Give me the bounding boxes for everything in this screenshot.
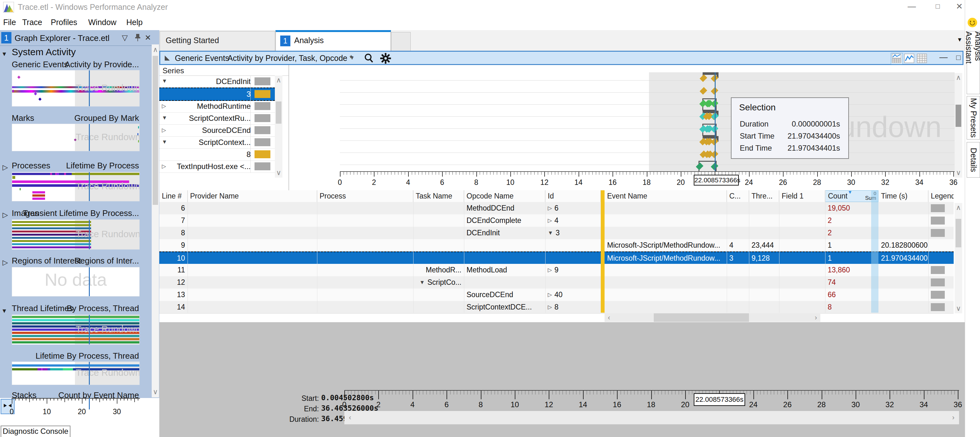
scroll-left-icon[interactable]: ‹: [346, 413, 354, 422]
preset-regions-of-interest[interactable]: Regions of Inter...: [74, 256, 139, 266]
chart-scrollbar[interactable]: ∧ ∨: [955, 73, 962, 177]
section-system-activity[interactable]: System Activity: [12, 47, 76, 57]
tab-details[interactable]: Details: [967, 142, 980, 177]
scroll-up-icon[interactable]: ∧: [955, 204, 962, 212]
series-row[interactable]: ▼ScriptContext...: [159, 136, 275, 149]
col-opcode[interactable]: Opcode Name: [464, 190, 545, 202]
preset-lifetime-by-process-thread[interactable]: Lifetime By Process, Thread: [35, 351, 139, 361]
feedback-smiley-icon[interactable]: [967, 18, 977, 27]
expander-icon[interactable]: ▾: [3, 307, 6, 315]
table-row[interactable]: 13SourceDCEnd ▷40 66: [159, 288, 954, 301]
tab-analysis[interactable]: 1 Analysis: [275, 30, 391, 53]
scroll-down-icon[interactable]: ∨: [955, 304, 962, 313]
col-cpu[interactable]: C...: [727, 190, 749, 202]
table-row[interactable]: 11MethodR... MethodLoad ▷9 13,860: [159, 264, 954, 277]
view-preset-selector[interactable]: Activity by Provider, Task, Opcode *: [228, 54, 353, 63]
series-row[interactable]: ▷MethodRuntime: [159, 100, 275, 112]
scroll-right-icon[interactable]: ›: [950, 413, 957, 422]
col-id[interactable]: Id: [545, 190, 601, 202]
scroll-right-icon[interactable]: ›: [812, 314, 820, 322]
menu-profiles[interactable]: Profiles: [48, 16, 80, 28]
series-row[interactable]: 8: [159, 149, 275, 161]
graph-stacks[interactable]: Stacks: [12, 390, 37, 398]
table-row[interactable]: 9Microsoft-JScript/MethodRundow... 423,4…: [159, 239, 954, 252]
scrollbar-thumb[interactable]: [956, 104, 961, 127]
table-row-selected[interactable]: 10Microsoft-JScript/MethodRundow... 39,1…: [159, 252, 954, 265]
col-time[interactable]: Time (s): [878, 190, 928, 202]
series-row[interactable]: ▼DCEndInit: [159, 76, 275, 88]
table-row[interactable]: 7DCEndComplete ▷4 2: [159, 214, 954, 227]
graph-marks[interactable]: Marks: [12, 113, 34, 123]
col-event[interactable]: Event Name: [605, 190, 727, 202]
scroll-up-icon[interactable]: ∧: [955, 74, 962, 82]
col-count[interactable]: Count ▼ 0 Sum: [825, 190, 878, 202]
tab-stub[interactable]: [391, 32, 410, 51]
tab-analysis-assistant[interactable]: Analysis Assistant: [967, 31, 980, 94]
scrollbar-thumb[interactable]: [654, 314, 749, 322]
scrollbar-thumb[interactable]: [153, 56, 158, 205]
minimize-button[interactable]: —: [902, 0, 921, 13]
table-row[interactable]: 12 ▼ScriptCo... 74: [159, 276, 954, 289]
series-row-selected[interactable]: 3: [159, 87, 275, 101]
menu-help[interactable]: Help: [123, 16, 146, 28]
sidebar-mini-ruler[interactable]: 0102030: [12, 398, 140, 418]
table-row[interactable]: 14ScriptContextDCE... ▷8 8: [159, 301, 954, 314]
tab-my-presets[interactable]: My Presets: [967, 96, 980, 139]
scroll-down-icon[interactable]: ∨: [152, 388, 159, 396]
scroll-up-icon[interactable]: ∧: [152, 46, 159, 54]
expander-icon[interactable]: ▼: [162, 78, 167, 84]
sidebar-scrollbar[interactable]: ∧ ∨: [152, 44, 159, 397]
col-line[interactable]: Line #: [159, 190, 188, 202]
preset-marks[interactable]: Grouped By Mark: [74, 113, 139, 123]
chart-time-axis[interactable]: 0246810121416182024262830323436: [340, 172, 955, 190]
preset-thread-lifetimes[interactable]: By Process, Thread: [67, 304, 139, 314]
generic-events-chart[interactable]: Trace Rundown Selection Duration0.000000…: [289, 72, 955, 171]
thumbnail-regions[interactable]: No data: [12, 267, 140, 296]
expander-icon[interactable]: ▼: [162, 139, 167, 145]
col-thread[interactable]: Thre...: [749, 190, 779, 202]
col-task[interactable]: Task Name: [413, 190, 464, 202]
thumbnail-marks[interactable]: Trace Rundown: [12, 124, 140, 151]
collapse-view-icon[interactable]: [165, 55, 170, 60]
tab-overflow-icon[interactable]: ▼: [957, 36, 963, 43]
pin-icon[interactable]: [134, 33, 142, 41]
table-vertical-scrollbar[interactable]: ∧ ∨: [955, 203, 962, 314]
col-provider[interactable]: Provider Name: [188, 190, 317, 202]
col-legend[interactable]: Legend: [928, 190, 954, 202]
expander-icon[interactable]: ▷: [162, 127, 166, 133]
panel-dropdown-icon[interactable]: ▽: [122, 33, 127, 42]
col-field1[interactable]: Field 1: [779, 190, 825, 202]
diagnostic-console-button[interactable]: Diagnostic Console: [1, 426, 70, 437]
thumbnail-lifetime-thread[interactable]: Trace Rundown: [12, 361, 140, 385]
series-scrollbar[interactable]: ∧ ∨: [275, 76, 282, 177]
graph-thread-lifetimes[interactable]: Thread Lifetimes: [12, 304, 73, 314]
search-icon[interactable]: [363, 53, 374, 63]
expander-icon[interactable]: ▷: [3, 163, 8, 171]
view-maximize-icon[interactable]: □: [956, 53, 961, 62]
series-row[interactable]: ▷SourceDCEnd: [159, 124, 275, 137]
thumbnail-generic-events[interactable]: Trace Rundown: [12, 70, 140, 106]
view-minimize-icon[interactable]: —: [939, 52, 948, 62]
col-process[interactable]: Process: [317, 190, 413, 202]
thumbnail-images[interactable]: Trace Rundown: [12, 220, 140, 250]
expander-icon[interactable]: ▷: [3, 211, 8, 219]
tab-getting-started[interactable]: Getting Started: [160, 31, 275, 51]
scroll-down-icon[interactable]: ∨: [275, 169, 282, 177]
table-row[interactable]: 8DCEndInit ▼3 2: [159, 227, 954, 239]
preset-dropdown-icon[interactable]: ▼: [349, 55, 355, 61]
thumbnail-processes[interactable]: Trace Rundown: [12, 172, 140, 201]
maximize-button[interactable]: □: [928, 0, 947, 13]
graph-regions-of-interest[interactable]: Regions of Interest: [12, 256, 81, 266]
scroll-up-icon[interactable]: ∧: [275, 76, 282, 84]
expander-icon[interactable]: ▷: [162, 103, 166, 109]
toggle-table-only-button[interactable]: [916, 53, 928, 64]
thumbnail-thread-lifetimes[interactable]: Trace Rundown: [12, 315, 140, 345]
menu-window[interactable]: Window: [85, 16, 119, 28]
toggle-graph-and-table-button[interactable]: [891, 53, 903, 64]
expander-icon[interactable]: ▾: [3, 50, 6, 58]
preset-images[interactable]: Transient Lifetime By Process...: [23, 208, 139, 218]
menu-trace[interactable]: Trace: [19, 16, 45, 28]
global-time-axis[interactable]: 0246810121416182024262830323436: [344, 391, 959, 410]
scrollbar-thumb[interactable]: [276, 101, 282, 124]
series-row[interactable]: ▷TextInputHost.exe <...: [159, 160, 275, 173]
